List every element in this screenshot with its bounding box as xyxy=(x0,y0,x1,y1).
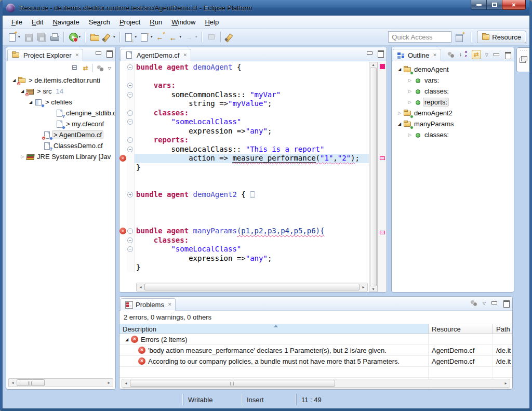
outline-item-manyparams[interactable]: ◢manyParams xyxy=(392,118,514,129)
explorer-item-de-itemis-cfeditor-runti[interactable]: ◢✕> de.itemis.cfeditor.runti xyxy=(6,75,115,86)
expanded-twisty-icon[interactable]: ◢ xyxy=(396,122,403,126)
last-edit-location-button[interactable] xyxy=(154,31,167,43)
outline-item-demoagent[interactable]: ◢demoAgent xyxy=(392,64,514,75)
fold-collapse-icon[interactable]: − xyxy=(127,92,133,98)
open-folder-button[interactable] xyxy=(88,31,101,43)
explorer-item-cfengine-stdlib-c[interactable]: ?cfengine_stdlib.c xyxy=(6,108,115,118)
tray-drag-handle[interactable]: ···· xyxy=(517,48,531,53)
collapsed-twisty-icon[interactable]: ▷ xyxy=(19,154,26,159)
scroll-left-icon[interactable]: ◂ xyxy=(137,285,144,289)
scrollbar-thumb[interactable] xyxy=(144,284,360,290)
scroll-up-icon[interactable]: ▴ xyxy=(369,62,377,67)
outline-item-reports[interactable]: ▷reports: xyxy=(392,97,514,108)
maximize-view-button[interactable] xyxy=(504,51,511,58)
editor-vertical-scrollbar[interactable]: ▴ ▾ xyxy=(369,62,378,292)
search-button[interactable] xyxy=(223,31,236,43)
close-window-button[interactable]: ✕ xyxy=(502,0,526,10)
previous-annotation-button[interactable]: ▾ xyxy=(138,31,154,43)
problems-empty-row[interactable] xyxy=(119,367,512,378)
fold-collapse-icon[interactable]: − xyxy=(127,83,133,88)
fold-collapse-icon[interactable]: − xyxy=(127,228,133,234)
fold-collapse-icon[interactable]: − xyxy=(127,147,133,152)
menu-item-navigate[interactable]: Navigate xyxy=(48,17,84,28)
explorer-item-agentdemo-cf[interactable]: ✕> AgentDemo.cf xyxy=(6,129,115,140)
close-tab-icon[interactable]: ✕ xyxy=(168,302,172,307)
fold-collapse-icon[interactable]: − xyxy=(127,119,133,125)
menu-item-project[interactable]: Project xyxy=(115,17,145,28)
maximize-view-button[interactable] xyxy=(502,300,510,306)
link-with-editor-icon[interactable]: ⇄ xyxy=(472,50,481,59)
column-header-resource[interactable]: Resource xyxy=(429,324,493,334)
new-wizard-button[interactable]: ▾ xyxy=(6,31,22,43)
error-marker-icon[interactable]: ✕ xyxy=(119,155,126,162)
outline-item-classes[interactable]: ▷classes: xyxy=(392,86,514,97)
back-button[interactable]: ▾ xyxy=(167,31,183,43)
close-tab-icon[interactable]: ✕ xyxy=(183,52,187,58)
menu-item-help[interactable]: Help xyxy=(200,17,223,28)
view-menu-icon[interactable]: ▽ xyxy=(108,66,111,71)
run-external-tool-button[interactable]: ▾ xyxy=(66,31,83,43)
print-button[interactable] xyxy=(48,31,61,43)
scroll-right-icon[interactable]: ▸ xyxy=(105,380,113,385)
open-perspective-icon[interactable] xyxy=(455,32,465,42)
collapse-all-icon[interactable] xyxy=(71,64,79,72)
expanded-twisty-icon[interactable]: ◢ xyxy=(396,67,403,72)
collapsed-twisty-icon[interactable]: ▷ xyxy=(406,89,414,94)
tab-agentdemo-cf[interactable]: AgentDemo.cf ✕ xyxy=(121,49,191,61)
scroll-down-icon[interactable]: ▾ xyxy=(369,287,377,291)
menu-item-window[interactable]: Window xyxy=(167,17,200,28)
scroll-right-icon[interactable]: ▸ xyxy=(502,381,510,386)
error-marker-icon[interactable]: ✕ xyxy=(119,228,126,234)
quick-access-input[interactable] xyxy=(388,31,451,43)
scrollbar-thumb[interactable] xyxy=(17,379,45,386)
menu-item-file[interactable]: File xyxy=(7,17,27,28)
restore-view-icon[interactable] xyxy=(521,56,527,61)
explorer-item-src[interactable]: ◢✕> src14 xyxy=(6,86,115,97)
outline-item-classes[interactable]: ▷classes: xyxy=(392,129,514,140)
explorer-item-my-cfeconf[interactable]: > my.cfeconf xyxy=(6,118,115,129)
collapsed-twisty-icon[interactable]: ▷ xyxy=(396,111,403,115)
fold-collapse-icon[interactable]: − xyxy=(127,110,133,116)
title-bar[interactable]: Resource - de.itemis.cfeditor.runtime.te… xyxy=(0,0,532,16)
scroll-left-icon[interactable]: ◂ xyxy=(122,381,130,386)
overview-error-marker[interactable] xyxy=(380,64,385,69)
fold-expand-icon[interactable]: + xyxy=(127,192,133,197)
focus-on-active-task-icon[interactable] xyxy=(470,299,478,307)
link-with-editor-icon[interactable]: ⇄ xyxy=(83,64,88,72)
tab-problems[interactable]: Problems ✕ xyxy=(121,298,176,311)
overview-error-marker[interactable] xyxy=(380,156,385,160)
focus-on-active-task-icon[interactable] xyxy=(96,64,104,72)
fold-collapse-icon[interactable]: − xyxy=(127,246,133,252)
problems-error-row[interactable]: ✕'body action measure_performance' decla… xyxy=(119,345,512,356)
explorer-item-cfefiles[interactable]: ◢> cfefiles xyxy=(6,97,115,108)
maximize-window-button[interactable] xyxy=(486,0,502,10)
expanded-twisty-icon[interactable]: ◢ xyxy=(123,337,131,342)
fold-collapse-icon[interactable]: − xyxy=(127,64,133,70)
scroll-right-icon[interactable]: ▸ xyxy=(360,285,367,289)
minimize-editor-button[interactable] xyxy=(366,50,373,56)
fold-collapse-icon[interactable]: − xyxy=(127,137,133,143)
resource-perspective-button[interactable]: Resource xyxy=(477,31,526,43)
maximize-view-button[interactable] xyxy=(105,50,113,56)
focus-on-active-task-icon[interactable] xyxy=(447,51,455,58)
minimize-view-button[interactable] xyxy=(493,51,500,58)
fold-collapse-icon[interactable]: − xyxy=(127,237,133,243)
scrollbar-thumb[interactable] xyxy=(130,380,335,387)
minimize-window-button[interactable] xyxy=(471,0,487,10)
highlighter-button[interactable]: ▾ xyxy=(101,31,117,43)
menu-item-edit[interactable]: Edit xyxy=(27,17,48,28)
problems-group-row[interactable]: ◢✕Errors (2 items) xyxy=(119,334,512,345)
sort-alphabetically-icon[interactable] xyxy=(459,51,468,58)
problems-horizontal-scrollbar[interactable]: ◂ ▸ xyxy=(122,379,510,388)
tab-project-explorer[interactable]: Project Explorer ✕ xyxy=(7,49,83,61)
expanded-twisty-icon[interactable]: ◢ xyxy=(27,100,34,104)
outline-item-demoagent2[interactable]: ▷demoAgent2 xyxy=(392,108,514,118)
minimize-view-button[interactable] xyxy=(95,50,102,56)
next-annotation-button[interactable]: ▾ xyxy=(123,31,139,43)
column-header-description[interactable]: Description xyxy=(119,324,429,334)
collapsed-twisty-icon[interactable]: ▷ xyxy=(406,78,414,83)
outline-item-vars[interactable]: ▷vars: xyxy=(392,75,514,86)
close-tab-icon[interactable]: ✕ xyxy=(75,52,79,58)
minimize-view-button[interactable] xyxy=(490,300,498,306)
problems-error-row[interactable]: ✕According to our company policies, a bu… xyxy=(119,356,512,367)
